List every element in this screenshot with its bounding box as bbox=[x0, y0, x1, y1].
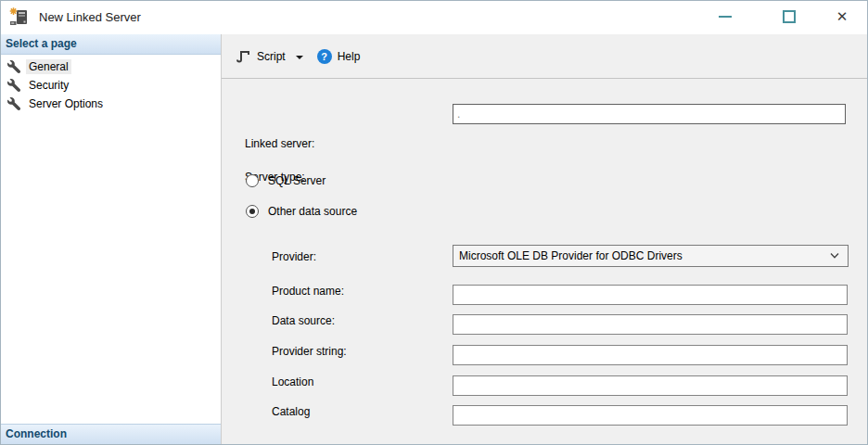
sidebar-item-label: Server Options bbox=[26, 96, 106, 111]
help-button-label: Help bbox=[338, 50, 361, 63]
radio-label: SQL Server bbox=[268, 174, 326, 187]
radio-other-data-source[interactable]: Other data source bbox=[246, 205, 357, 218]
chevron-down-icon[interactable] bbox=[296, 56, 303, 59]
product-name-label: Product name: bbox=[272, 285, 344, 298]
maximize-icon bbox=[783, 10, 796, 23]
wrench-icon bbox=[7, 97, 20, 110]
catalog-input[interactable] bbox=[453, 405, 848, 426]
script-scroll-icon bbox=[236, 49, 251, 64]
title-bar: New Linked Server ✕ bbox=[1, 1, 867, 34]
linked-server-label: Linked server: bbox=[245, 137, 314, 150]
script-button[interactable]: Script bbox=[232, 45, 290, 68]
window-title: New Linked Server bbox=[39, 10, 141, 24]
maximize-button[interactable] bbox=[768, 2, 811, 31]
radio-icon bbox=[246, 174, 259, 187]
new-linked-server-icon bbox=[9, 7, 30, 28]
radio-label: Other data source bbox=[268, 205, 357, 218]
sidebar-item-server-options[interactable]: Server Options bbox=[1, 95, 221, 113]
radio-icon bbox=[246, 205, 259, 218]
sidebar-item-label: General bbox=[26, 59, 71, 74]
provider-selected-value: Microsoft OLE DB Provider for ODBC Drive… bbox=[459, 249, 830, 262]
help-button[interactable]: ? Help bbox=[313, 45, 365, 68]
location-label: Location bbox=[272, 375, 313, 388]
minimize-icon bbox=[719, 16, 732, 18]
dialog-toolbar: Script ? Help bbox=[222, 34, 867, 79]
wrench-icon bbox=[7, 60, 20, 73]
provider-string-input[interactable] bbox=[453, 345, 848, 365]
close-icon: ✕ bbox=[836, 9, 849, 23]
minimize-button[interactable] bbox=[704, 2, 747, 31]
chevron-down-icon bbox=[830, 253, 839, 259]
provider-select[interactable]: Microsoft OLE DB Provider for ODBC Drive… bbox=[453, 245, 849, 267]
provider-label: Provider: bbox=[272, 250, 316, 263]
sidebar-item-general[interactable]: General bbox=[1, 57, 221, 76]
connection-header: Connection bbox=[1, 424, 221, 444]
data-source-label: Data source: bbox=[272, 314, 335, 327]
new-linked-server-dialog: New Linked Server ✕ Select a page Genera… bbox=[0, 0, 868, 445]
sidebar-item-label: Security bbox=[26, 78, 71, 93]
close-button[interactable]: ✕ bbox=[821, 2, 863, 31]
location-input[interactable] bbox=[453, 375, 848, 396]
provider-string-label: Provider string: bbox=[272, 345, 347, 358]
script-button-label: Script bbox=[257, 50, 286, 63]
select-a-page-panel: Select a page General Security Server Op… bbox=[1, 34, 222, 444]
wrench-icon bbox=[7, 79, 20, 92]
general-page-panel: Script ? Help Linked server: Server type… bbox=[222, 34, 867, 444]
catalog-label: Catalog bbox=[272, 405, 310, 418]
linked-server-input[interactable] bbox=[453, 104, 846, 124]
data-source-input[interactable] bbox=[453, 314, 848, 335]
help-question-icon: ? bbox=[317, 49, 332, 64]
select-a-page-header: Select a page bbox=[1, 34, 221, 55]
radio-sql-server[interactable]: SQL Server bbox=[246, 174, 326, 187]
product-name-input[interactable] bbox=[453, 285, 848, 305]
sidebar-item-security[interactable]: Security bbox=[1, 76, 221, 95]
